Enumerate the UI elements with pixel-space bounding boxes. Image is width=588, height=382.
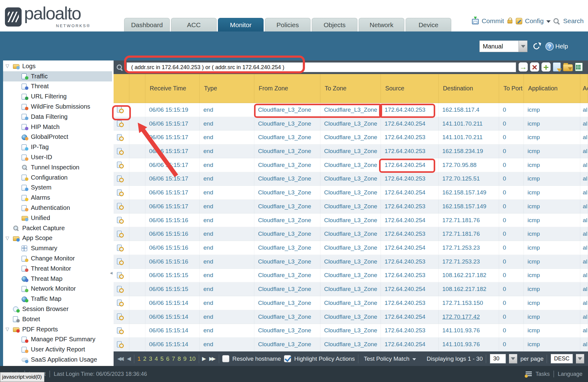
page-number-9[interactable]: 9 (183, 355, 187, 362)
table-row[interactable]: 06/06 15:15:17endCloudflare_L3_ZoneCloud… (114, 172, 588, 186)
log-detail-icon[interactable] (116, 258, 124, 265)
sidebar-item-network-monitor[interactable]: Network Monitor (3, 284, 112, 294)
table-row[interactable]: 06/06 15:15:19endCloudflare_L3_ZoneCloud… (114, 103, 588, 117)
column-header-to-port[interactable]: To Port (499, 74, 524, 103)
tab-network[interactable]: Network (359, 18, 404, 31)
log-detail-icon[interactable] (116, 106, 124, 113)
column-header-to-zone[interactable]: To Zone (320, 74, 381, 103)
column-header-application[interactable]: Application (524, 74, 580, 103)
sidebar-item-alarms[interactable]: Alarms (3, 193, 112, 203)
sidebar-item-threat[interactable]: Threat (3, 81, 112, 92)
apply-filter-icon[interactable] (519, 62, 528, 72)
previous-page-icon[interactable] (127, 355, 131, 362)
log-detail-icon[interactable] (116, 176, 124, 182)
sidebar-collapse-icon[interactable] (110, 270, 113, 276)
next-page-icon[interactable] (202, 355, 206, 362)
sidebar-item-summary[interactable]: Summary (3, 243, 112, 253)
table-row[interactable]: 06/06 15:15:14endCloudflare_L3_ZoneCloud… (114, 338, 588, 351)
sidebar-item-tunnel-inspection[interactable]: Tunnel Inspection (3, 162, 112, 172)
table-row[interactable]: 06/06 15:15:16endCloudflare_L3_ZoneCloud… (114, 227, 588, 241)
log-detail-icon[interactable] (116, 286, 124, 293)
tab-dashboard[interactable]: Dashboard (124, 18, 170, 31)
sidebar-item-threat-monitor[interactable]: Threat Monitor (3, 264, 112, 274)
clear-filter-icon[interactable] (530, 62, 539, 72)
log-detail-cell[interactable] (114, 103, 129, 117)
page-number-1[interactable]: 1 (137, 355, 141, 362)
sidebar-item-logs[interactable]: ▽Logs (3, 61, 112, 71)
sidebar-item-url-filtering[interactable]: URL Filtering (3, 91, 112, 102)
column-header-from-zone[interactable]: From Zone (254, 74, 320, 103)
sidebar-item-system[interactable]: System (3, 183, 112, 193)
commit-button[interactable]: Commit (482, 17, 504, 25)
sidebar-item-packet-capture[interactable]: Packet Capture (3, 223, 112, 233)
table-row[interactable]: 06/06 15:15:14endCloudflare_L3_ZoneCloud… (114, 324, 588, 338)
table-row[interactable]: 06/06 15:15:17endCloudflare_L3_ZoneCloud… (114, 186, 588, 200)
sort-order-dropdown-arrow[interactable] (576, 354, 584, 363)
refresh-interval-dropdown-arrow[interactable] (519, 40, 528, 52)
lock-icon[interactable] (507, 20, 512, 23)
table-row[interactable]: 06/06 15:15:17endCloudflare_L3_ZoneCloud… (114, 131, 588, 144)
log-detail-icon[interactable] (116, 313, 124, 320)
table-row[interactable]: 06/06 15:15:14endCloudflare_L3_ZoneCloud… (114, 310, 588, 324)
log-detail-cell[interactable] (114, 227, 129, 241)
sort-order-select[interactable]: DESC (551, 354, 573, 363)
help-icon[interactable] (545, 42, 554, 51)
table-row[interactable]: 06/06 15:15:16endCloudflare_L3_ZoneCloud… (114, 255, 588, 269)
tasks-button[interactable]: Tasks (536, 371, 550, 377)
tab-device[interactable]: Device (406, 18, 451, 31)
last-page-icon[interactable] (209, 355, 216, 362)
page-number-4[interactable]: 4 (155, 355, 158, 362)
log-detail-icon[interactable] (116, 272, 124, 279)
per-page-dropdown-arrow[interactable] (509, 354, 517, 363)
page-number-5[interactable]: 5 (161, 355, 164, 362)
log-detail-cell[interactable] (114, 296, 129, 310)
table-row[interactable]: 06/06 15:15:15endCloudflare_L3_ZoneCloud… (114, 269, 588, 283)
tab-objects[interactable]: Objects (312, 18, 357, 31)
log-detail-cell[interactable] (114, 338, 129, 351)
log-detail-cell[interactable] (114, 214, 129, 227)
log-detail-cell[interactable] (114, 269, 129, 282)
page-number-7[interactable]: 7 (172, 355, 175, 362)
log-detail-icon[interactable] (116, 162, 124, 168)
sidebar-item-session-browser[interactable]: Session Browser (3, 304, 112, 314)
log-detail-cell[interactable] (114, 144, 129, 158)
log-detail-cell[interactable] (114, 172, 129, 186)
column-header-receive-time[interactable]: Receive Time (145, 74, 200, 103)
sidebar-item-ip-tag[interactable]: IP-Tag (3, 142, 112, 152)
page-number-3[interactable]: 3 (149, 355, 152, 362)
destination-link[interactable]: 172.70.177.42 (442, 313, 480, 320)
sidebar-item-wildfire-submissions[interactable]: WildFire Submissions (3, 102, 112, 112)
sidebar-item-unified[interactable]: Unified (3, 213, 112, 223)
table-row[interactable]: 06/06 15:15:14endCloudflare_L3_ZoneCloud… (114, 296, 588, 310)
table-row[interactable]: 06/06 15:15:16endCloudflare_L3_ZoneCloud… (114, 214, 588, 227)
filter-builder-icon[interactable] (553, 62, 561, 72)
log-detail-icon[interactable] (116, 203, 124, 210)
expander-icon[interactable]: ▽ (4, 326, 13, 332)
log-detail-cell[interactable] (114, 282, 129, 296)
export-logs-icon[interactable] (575, 63, 583, 71)
table-row[interactable]: 06/06 15:15:16endCloudflare_L3_ZoneCloud… (114, 241, 588, 255)
log-detail-cell[interactable] (114, 241, 129, 255)
tab-policies[interactable]: Policies (265, 18, 311, 31)
sidebar-item-app-scope[interactable]: ▽App Scope (3, 233, 112, 243)
highlight-policy-checkbox[interactable] (284, 355, 291, 362)
log-detail-icon[interactable] (116, 300, 124, 306)
column-header-source[interactable]: Source (381, 74, 439, 103)
sidebar-item-user-activity-report[interactable]: User Activity Report (3, 344, 112, 355)
table-row[interactable]: 06/06 15:15:15endCloudflare_L3_ZoneCloud… (114, 282, 588, 296)
per-page-select[interactable]: 30 (490, 354, 506, 363)
log-detail-icon[interactable] (116, 231, 124, 237)
table-row[interactable]: 06/06 15:15:17endCloudflare_L3_ZoneCloud… (114, 200, 588, 214)
log-detail-cell[interactable] (114, 310, 129, 324)
sidebar-item-botnet[interactable]: Botnet (3, 314, 112, 324)
column-header-type[interactable]: Type (200, 74, 254, 103)
tab-monitor[interactable]: Monitor (218, 18, 264, 31)
config-button[interactable]: Config (525, 17, 544, 25)
log-detail-cell[interactable] (114, 324, 129, 338)
sidebar-item-pdf-reports[interactable]: ▽PDF Reports (3, 324, 112, 334)
page-number-6[interactable]: 6 (166, 355, 169, 362)
sidebar-item-user-id[interactable]: User-ID (3, 152, 112, 162)
refresh-interval-select[interactable]: Manual (479, 40, 519, 52)
table-row[interactable]: 06/06 15:15:17endCloudflare_L3_ZoneCloud… (114, 117, 588, 131)
expander-icon[interactable]: ▽ (4, 63, 13, 69)
